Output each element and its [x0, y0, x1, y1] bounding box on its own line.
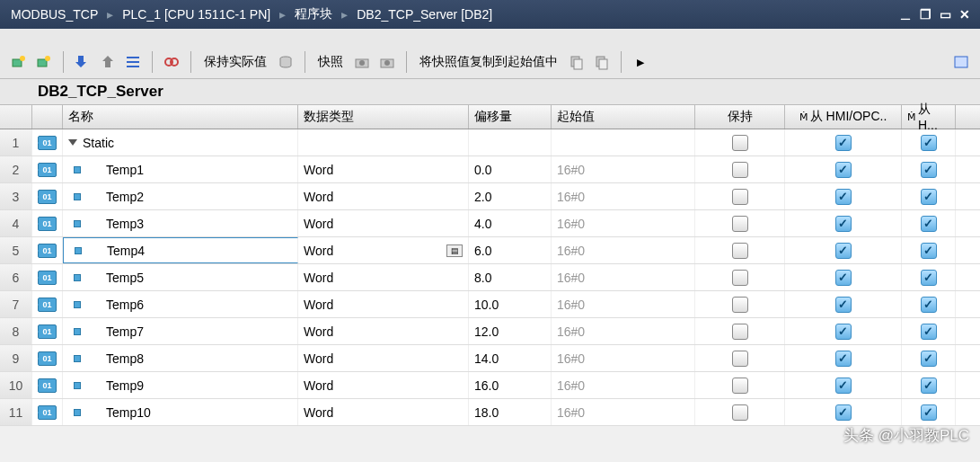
- hmi-checkbox[interactable]: [835, 189, 852, 205]
- h2-checkbox[interactable]: [921, 162, 937, 178]
- cell-hmi[interactable]: [785, 210, 902, 236]
- hmi-checkbox[interactable]: [835, 324, 852, 340]
- cell-offset[interactable]: 18.0: [469, 399, 552, 425]
- cell-type[interactable]: Word: [298, 264, 469, 290]
- hmi-checkbox[interactable]: [835, 351, 852, 367]
- col-h2[interactable]: Ṁ从 H...: [902, 105, 956, 129]
- cell-offset[interactable]: 10.0: [469, 291, 552, 317]
- cell-h2[interactable]: [902, 345, 956, 371]
- collapse-icon[interactable]: [68, 139, 77, 146]
- type-picker-icon[interactable]: ▤: [446, 244, 463, 257]
- cell-type[interactable]: Word: [298, 372, 469, 398]
- cell-start[interactable]: 16#0: [552, 318, 695, 344]
- cell-offset[interactable]: 12.0: [469, 318, 552, 344]
- table-row[interactable]: 401Temp3Word4.016#0: [0, 210, 980, 237]
- cell-h2[interactable]: [902, 264, 956, 290]
- row-number[interactable]: 6: [0, 264, 32, 290]
- hmi-checkbox[interactable]: [835, 135, 852, 151]
- cell-name[interactable]: Static: [63, 129, 298, 155]
- hmi-checkbox[interactable]: [835, 162, 852, 178]
- cell-hmi[interactable]: [785, 291, 902, 317]
- hmi-checkbox[interactable]: [835, 270, 852, 286]
- cell-h2[interactable]: [902, 372, 956, 398]
- cell-type[interactable]: Word▤: [298, 237, 469, 263]
- cell-keep[interactable]: [695, 183, 785, 209]
- cell-offset[interactable]: 8.0: [469, 264, 552, 290]
- cell-hmi[interactable]: [785, 156, 902, 182]
- insert-row-icon[interactable]: [9, 52, 29, 72]
- cell-offset[interactable]: 14.0: [469, 345, 552, 371]
- hmi-checkbox[interactable]: [835, 216, 852, 232]
- cell-offset[interactable]: 0.0: [469, 156, 552, 182]
- play-icon[interactable]: ▶: [631, 52, 650, 72]
- cell-start[interactable]: 16#0: [552, 156, 695, 182]
- monitor-icon[interactable]: [162, 52, 181, 72]
- cell-start[interactable]: 16#0: [552, 237, 695, 263]
- cell-keep[interactable]: [695, 156, 785, 182]
- cell-h2[interactable]: [902, 291, 956, 317]
- row-number[interactable]: 2: [0, 156, 32, 182]
- cell-offset[interactable]: 16.0: [469, 372, 552, 398]
- row-number[interactable]: 9: [0, 345, 32, 371]
- hmi-checkbox[interactable]: [835, 404, 852, 421]
- db-icon[interactable]: [276, 52, 296, 72]
- col-name[interactable]: 名称: [63, 105, 298, 129]
- cell-start[interactable]: 16#0: [552, 264, 695, 290]
- cell-start[interactable]: 16#0: [552, 345, 695, 371]
- h2-checkbox[interactable]: [921, 351, 937, 367]
- cell-start[interactable]: 16#0: [552, 399, 695, 425]
- cell-type[interactable]: Word: [298, 156, 469, 182]
- cell-hmi[interactable]: [785, 264, 902, 290]
- cell-name[interactable]: Temp1: [63, 156, 298, 182]
- table-row[interactable]: 901Temp8Word14.016#0: [0, 345, 980, 372]
- snapshot-icon-2[interactable]: [377, 52, 397, 72]
- cell-offset[interactable]: 4.0: [469, 210, 552, 236]
- cell-keep[interactable]: [695, 291, 785, 317]
- minimize-icon[interactable]: ＿: [897, 6, 914, 22]
- cell-name[interactable]: Temp5: [63, 264, 298, 290]
- download-icon[interactable]: [73, 52, 93, 72]
- cell-keep[interactable]: [695, 345, 785, 371]
- cell-name[interactable]: Temp6: [63, 291, 298, 317]
- table-row[interactable]: 801Temp7Word12.016#0: [0, 318, 980, 345]
- cell-h2[interactable]: [902, 318, 956, 344]
- cell-keep[interactable]: [695, 129, 785, 155]
- cell-start[interactable]: 16#0: [552, 291, 695, 317]
- cell-keep[interactable]: [695, 264, 785, 290]
- cell-h2[interactable]: [902, 237, 956, 263]
- cell-name[interactable]: Temp10: [63, 399, 298, 425]
- cell-h2[interactable]: [902, 210, 956, 236]
- cell-name[interactable]: Temp8: [63, 345, 298, 371]
- upload-icon[interactable]: [98, 52, 118, 72]
- row-number[interactable]: 7: [0, 291, 32, 317]
- cell-type[interactable]: Word: [298, 291, 469, 317]
- cell-keep[interactable]: [695, 210, 785, 236]
- keep-checkbox[interactable]: [732, 297, 748, 313]
- cell-name[interactable]: Temp2: [63, 183, 298, 209]
- row-number[interactable]: 5: [0, 237, 32, 263]
- table-row[interactable]: 1101Temp10Word18.016#0: [0, 399, 980, 426]
- h2-checkbox[interactable]: [921, 189, 937, 205]
- breadcrumb-1[interactable]: PLC_1 [CPU 1511C-1 PN]: [122, 7, 270, 22]
- col-type[interactable]: 数据类型: [298, 105, 469, 129]
- keep-checkbox[interactable]: [732, 189, 748, 205]
- cell-type[interactable]: [298, 129, 469, 155]
- restore-icon[interactable]: ❐: [917, 6, 933, 22]
- cell-hmi[interactable]: [785, 345, 902, 371]
- keep-checkbox[interactable]: [732, 378, 748, 394]
- copy-snapshot-button[interactable]: 将快照值复制到起始值中: [416, 54, 561, 70]
- cell-offset[interactable]: 6.0: [469, 237, 552, 263]
- cell-type[interactable]: Word: [298, 183, 469, 209]
- h2-checkbox[interactable]: [921, 216, 937, 232]
- col-hmi[interactable]: Ṁ从 HMI/OPC..: [785, 105, 902, 129]
- col-keep[interactable]: 保持: [695, 105, 785, 129]
- list-icon[interactable]: [123, 52, 143, 72]
- table-row[interactable]: 301Temp2Word2.016#0: [0, 183, 980, 210]
- cell-type[interactable]: Word: [298, 345, 469, 371]
- cell-hmi[interactable]: [785, 237, 902, 263]
- cell-type[interactable]: Word: [298, 210, 469, 236]
- keep-checkbox[interactable]: [732, 243, 748, 259]
- cell-hmi[interactable]: [785, 372, 902, 398]
- breadcrumb-3[interactable]: DB2_TCP_Server [DB2]: [357, 7, 492, 22]
- h2-checkbox[interactable]: [921, 135, 937, 151]
